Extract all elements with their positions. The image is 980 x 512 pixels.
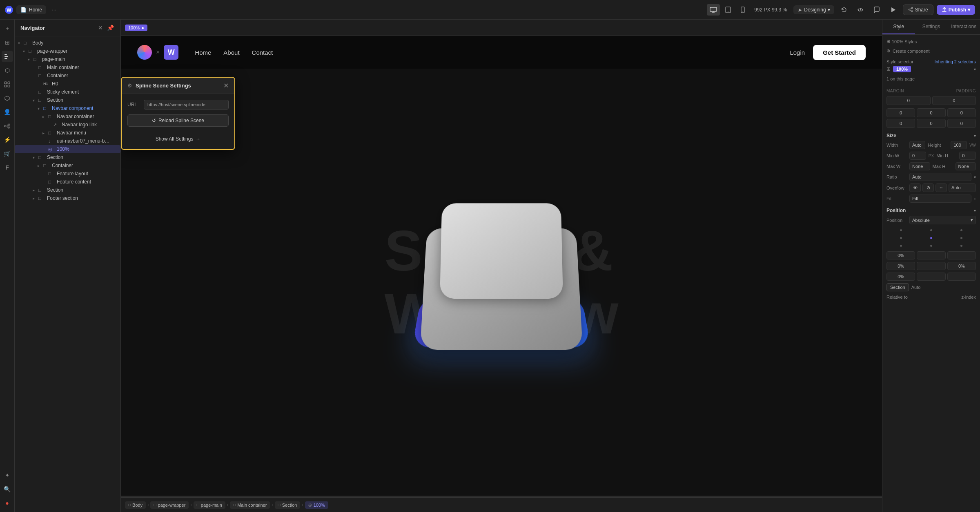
pos-offset-b[interactable]: 0% [886, 273, 915, 281]
show-all-settings-link[interactable]: Show All Settings → [127, 134, 229, 143]
pos-mc[interactable] [917, 235, 946, 241]
tree-item-page-main[interactable]: ▾ □ page-main [15, 55, 120, 63]
tab-style[interactable]: Style [882, 20, 915, 34]
canvas-nav-about[interactable]: About [223, 49, 239, 56]
pos-offset-right[interactable]: 0% [947, 262, 976, 270]
publish-button[interactable]: Publish ▾ [937, 5, 975, 15]
canvas-zoom-indicator[interactable]: 100% ● [125, 25, 147, 31]
navigator-close-icon[interactable]: ✕ [97, 24, 104, 32]
assets-icon[interactable]: ⬡ [2, 65, 13, 76]
padding-val-4[interactable]: 0 [917, 119, 945, 128]
padding-val-3[interactable]: 0 [886, 119, 915, 128]
tree-item-footer[interactable]: ▸ □ Footer section [15, 194, 120, 202]
navigator-pin-icon[interactable]: 📌 [106, 24, 115, 32]
canvas-nav-home[interactable]: Home [195, 49, 211, 56]
padding-val-5[interactable]: 0 [947, 119, 976, 128]
section-tag-button[interactable]: Section [886, 283, 909, 291]
alert-bottom-icon[interactable]: ● [2, 497, 13, 509]
padding-val-0[interactable]: 0 [886, 108, 915, 117]
maxh-input[interactable]: None [956, 162, 976, 170]
breadcrumb-main-container[interactable]: □ Main container [230, 501, 270, 509]
tree-item-main-container[interactable]: ▸ □ Main container [15, 63, 120, 72]
reload-spline-button[interactable]: ↺ Reload Spline Scene [127, 114, 229, 127]
pos-mr[interactable] [947, 235, 976, 241]
logic-icon[interactable] [2, 120, 13, 132]
pos-bc[interactable] [917, 242, 946, 249]
tree-item-h0[interactable]: ▸ H1 H0 [15, 80, 120, 88]
breadcrumb-page-wrapper[interactable]: □ page-wrapper [150, 501, 189, 509]
overflow-auto-val[interactable]: Auto [949, 183, 976, 192]
pos-tr[interactable] [947, 227, 976, 233]
pos-ml[interactable] [886, 235, 915, 241]
home-tab[interactable]: 📄 Home [16, 5, 46, 14]
tree-item-page-wrapper[interactable]: ▾ □ page-wrapper [15, 47, 120, 55]
ecommerce-icon[interactable]: 🛒 [2, 148, 13, 159]
position-select[interactable]: Absolute ▾ [909, 216, 976, 224]
font-icon[interactable]: F [2, 162, 13, 173]
pos-offset-b2[interactable] [917, 273, 945, 281]
selector-badge[interactable]: 100% [893, 66, 911, 72]
minh-input[interactable]: 0 [959, 152, 976, 160]
modal-close-button[interactable]: ✕ [223, 82, 229, 89]
margin-val[interactable]: 0 [886, 96, 931, 105]
minw-input[interactable]: 0 [909, 152, 926, 160]
interactions-icon[interactable]: ⚡ [2, 134, 13, 145]
breadcrumb-body[interactable]: □ Body [125, 501, 146, 509]
height-input[interactable]: 100 [951, 141, 967, 149]
size-section-expand[interactable]: ▾ [974, 134, 976, 138]
tree-item-navbar-container[interactable]: ▸ □ Navbar container [15, 112, 120, 121]
tree-item-feature-layout[interactable]: ▸ □ Feature layout [15, 170, 120, 178]
padding-val-2[interactable]: 0 [947, 108, 976, 117]
tree-item-section1[interactable]: ▾ □ Section [15, 96, 120, 104]
padding-top-val[interactable]: 0 [932, 96, 976, 105]
pos-offset-b3[interactable] [947, 273, 976, 281]
more-options-icon[interactable]: ··· [49, 7, 59, 13]
tree-item-100pct[interactable]: ▸ ◎ 100% [15, 145, 120, 153]
overflow-scroll-btn[interactable]: ↔ [935, 183, 947, 192]
tree-item-feature-content[interactable]: ▸ □ Feature content [15, 178, 120, 186]
pos-offset-l[interactable]: 0% [886, 262, 915, 270]
pos-bl[interactable] [886, 242, 915, 249]
add-element-icon[interactable]: ＋ [2, 23, 13, 34]
ratio-expand-icon[interactable]: ▾ [974, 175, 976, 179]
mobile-device-btn[interactable] [736, 4, 749, 16]
overflow-visible-btn[interactable]: 👁 [909, 183, 921, 192]
inheriting-value[interactable]: Inheriting 2 selectors [935, 59, 976, 64]
pos-tl[interactable] [886, 227, 915, 233]
padding-val-1[interactable]: 0 [917, 108, 945, 117]
breadcrumb-page-main[interactable]: □ page-main [194, 501, 225, 509]
desktop-device-btn[interactable] [707, 4, 720, 16]
canvas-nav-contact[interactable]: Contact [252, 49, 273, 56]
pages-icon[interactable]: ⊞ [2, 37, 13, 48]
pos-offset-h[interactable] [917, 251, 945, 259]
overflow-hidden-btn[interactable]: ⊘ [922, 183, 934, 192]
canvas-cta-button[interactable]: Get Started [813, 45, 866, 60]
tree-item-body[interactable]: ▾ □ Body [15, 39, 120, 47]
pos-tc[interactable] [917, 227, 946, 233]
tab-interactions[interactable]: Interactions [947, 20, 980, 34]
cms-icon[interactable] [2, 92, 13, 104]
tree-item-sticky[interactable]: ▸ □ Sticky element [15, 88, 120, 96]
tree-item-navbar-menu[interactable]: ▸ □ Navbar menu [15, 129, 120, 137]
breadcrumb-100pct[interactable]: ◎ 100% [305, 501, 328, 509]
tree-item-section2[interactable]: ▾ □ Section [15, 153, 120, 161]
pos-offset-r[interactable] [947, 251, 976, 259]
navigator-icon[interactable] [2, 51, 13, 62]
tree-item-uui-navbar[interactable]: ▸ ↓ uui-navbar07_menu-but... [15, 137, 120, 145]
design-mode-badge[interactable]: Designing ▾ [793, 5, 834, 14]
pos-offset-center[interactable] [917, 262, 945, 270]
search-bottom-icon[interactable]: 🔍 [2, 483, 13, 495]
tree-item-container2[interactable]: ▸ □ Container [15, 161, 120, 170]
canvas-login-link[interactable]: Login [790, 49, 805, 56]
pos-br[interactable] [947, 242, 976, 249]
tree-item-navbar-component[interactable]: ▾ □ Navbar component [15, 104, 120, 112]
preview-btn[interactable] [886, 3, 900, 16]
tablet-device-btn[interactable] [722, 4, 735, 16]
code-editor-btn[interactable] [854, 3, 867, 16]
tab-settings[interactable]: Settings [915, 20, 948, 34]
ratio-input[interactable]: Auto [909, 173, 971, 181]
tree-item-container[interactable]: ▸ □ Container [15, 72, 120, 80]
url-input[interactable]: https://host/scene.splinecode [144, 100, 229, 110]
selector-dropdown-icon[interactable]: ▾ [974, 67, 976, 72]
position-section-expand[interactable]: ▾ [974, 208, 976, 213]
